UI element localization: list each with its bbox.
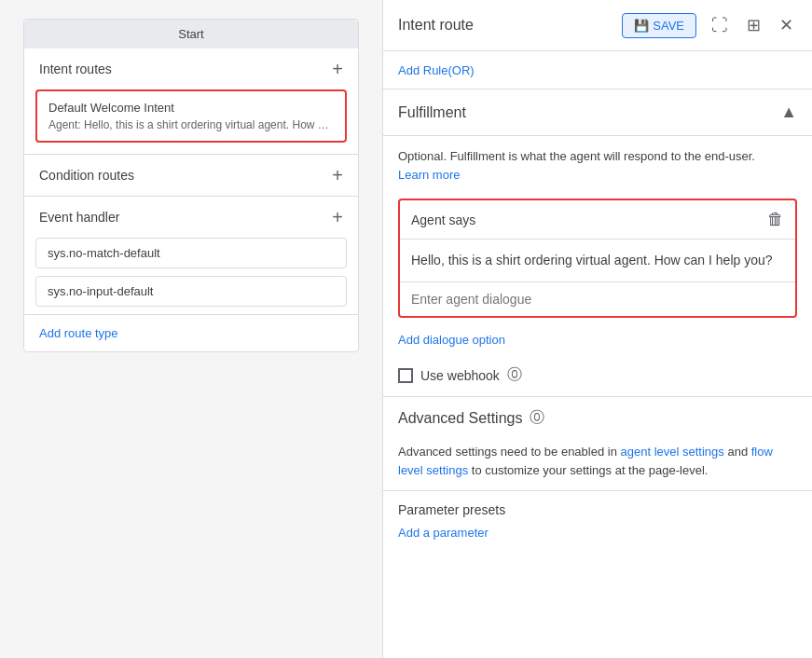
fulfillment-section: Fulfillment ▲ Optional. Fulfillment is w… bbox=[383, 89, 812, 396]
event-handler-header: Event handler + bbox=[24, 197, 358, 238]
event-handler-item-label: sys.no-match-default bbox=[48, 246, 160, 260]
fulfillment-header: Fulfillment ▲ bbox=[383, 89, 812, 136]
fullscreen-button[interactable]: ⛶ bbox=[708, 12, 732, 39]
webhook-label: Use webhook bbox=[420, 368, 500, 383]
parameter-presets-section: Parameter presets Add a parameter bbox=[383, 490, 812, 551]
add-dialogue-option-button[interactable]: Add dialogue option bbox=[383, 325, 520, 354]
condition-routes-section: Condition routes + bbox=[24, 155, 358, 197]
close-button[interactable]: ✕ bbox=[776, 11, 797, 39]
agent-says-box: Agent says 🗑 Hello, this is a shirt orde… bbox=[398, 199, 797, 318]
condition-routes-title: Condition routes bbox=[39, 168, 134, 183]
intent-routes-header: Intent routes + bbox=[24, 48, 358, 89]
condition-routes-header: Condition routes + bbox=[24, 155, 358, 196]
advanced-settings-desc: Advanced settings need to be enabled in … bbox=[383, 439, 812, 490]
intent-route-desc: Agent: Hello, this is a shirt ordering v… bbox=[48, 118, 334, 131]
intent-routes-title: Intent routes bbox=[39, 62, 112, 76]
intent-routes-section: Intent routes + Default Welcome Intent A… bbox=[24, 48, 358, 155]
default-welcome-intent-item[interactable]: Default Welcome Intent Agent: Hello, thi… bbox=[35, 89, 347, 143]
list-item[interactable]: sys.no-match-default bbox=[35, 238, 347, 268]
save-icon: 💾 bbox=[634, 19, 649, 33]
save-button[interactable]: 💾 SAVE bbox=[622, 13, 696, 38]
fulfillment-collapse-button[interactable]: ▲ bbox=[780, 103, 797, 122]
use-webhook-checkbox[interactable] bbox=[398, 368, 413, 383]
fulfillment-title: Fulfillment bbox=[398, 104, 466, 121]
add-condition-route-button[interactable]: + bbox=[332, 166, 343, 185]
agent-dialogue-input[interactable] bbox=[400, 282, 795, 316]
right-panel: Intent route 💾 SAVE ⛶ ⊞ ✕ Add Rule(OR) F… bbox=[383, 0, 812, 658]
close-icon: ✕ bbox=[779, 16, 793, 34]
top-rule-section: Add Rule(OR) bbox=[383, 51, 812, 89]
intent-route-name: Default Welcome Intent bbox=[48, 101, 334, 115]
advanced-settings-title: Advanced Settings bbox=[398, 410, 522, 427]
parameter-presets-title: Parameter presets bbox=[398, 502, 797, 517]
right-header: Intent route 💾 SAVE ⛶ ⊞ ✕ bbox=[383, 0, 812, 51]
delete-icon: 🗑 bbox=[767, 210, 784, 228]
webhook-help-icon: ⓪ bbox=[507, 365, 522, 385]
agent-says-header: Agent says 🗑 bbox=[400, 200, 795, 240]
agent-says-text: Hello, this is a shirt ordering virtual … bbox=[400, 240, 795, 282]
advanced-settings-header: Advanced Settings ⓪ bbox=[383, 396, 812, 439]
save-label: SAVE bbox=[653, 19, 684, 33]
event-handler-title: Event handler bbox=[39, 210, 119, 225]
add-event-handler-button[interactable]: + bbox=[332, 208, 343, 226]
event-handler-item-label: sys.no-input-default bbox=[48, 284, 153, 298]
chevron-up-icon: ▲ bbox=[780, 103, 797, 121]
add-intent-route-button[interactable]: + bbox=[332, 60, 343, 78]
expand-button[interactable]: ⊞ bbox=[743, 11, 764, 39]
fullscreen-icon: ⛶ bbox=[711, 16, 728, 34]
add-route-type-button[interactable]: Add route type bbox=[24, 315, 358, 351]
left-panel: Start Intent routes + Default Welcome In… bbox=[0, 0, 382, 658]
start-label: Start bbox=[178, 27, 203, 41]
list-item[interactable]: sys.no-input-default bbox=[35, 276, 347, 307]
webhook-row: Use webhook ⓪ bbox=[383, 354, 812, 396]
add-parameter-button[interactable]: Add a parameter bbox=[398, 526, 489, 540]
agent-says-title: Agent says bbox=[411, 212, 475, 227]
advanced-settings-help-icon: ⓪ bbox=[530, 408, 544, 428]
expand-icon: ⊞ bbox=[747, 16, 761, 34]
add-rule-button[interactable]: Add Rule(OR) bbox=[398, 63, 475, 77]
start-header: Start bbox=[24, 20, 358, 48]
panel-title: Intent route bbox=[398, 17, 611, 34]
right-content: Add Rule(OR) Fulfillment ▲ Optional. Ful… bbox=[383, 51, 812, 658]
learn-more-link[interactable]: Learn more bbox=[398, 168, 460, 182]
agent-level-settings-link[interactable]: agent level settings bbox=[621, 445, 724, 459]
delete-agent-says-button[interactable]: 🗑 bbox=[767, 210, 784, 229]
event-handler-section: Event handler + sys.no-match-default sys… bbox=[24, 197, 358, 315]
fulfillment-description: Optional. Fulfillment is what the agent … bbox=[383, 136, 812, 191]
start-block: Start Intent routes + Default Welcome In… bbox=[23, 19, 359, 352]
